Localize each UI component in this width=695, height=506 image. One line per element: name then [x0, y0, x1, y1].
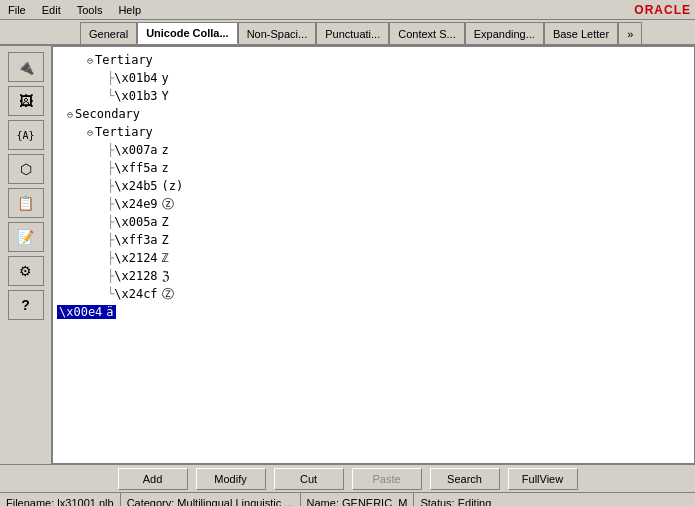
tree-node-x01b3: └ \x01b3 Y — [57, 87, 690, 105]
expand-icon-tertiary-2[interactable]: ⊖ — [87, 127, 93, 138]
expand-icon-tertiary-1[interactable]: ⊖ — [87, 55, 93, 66]
fullview-button[interactable]: FullView — [508, 468, 578, 490]
node-label-x01b3: \x01b3 — [114, 89, 157, 103]
connector-xff5a: ├ — [107, 161, 114, 175]
node-label-x2128: \x2128 — [114, 269, 157, 283]
cut-button[interactable]: Cut — [274, 468, 344, 490]
node-label-x24e9: \x24e9 — [114, 197, 157, 211]
tree-node-selected[interactable]: \x00e4 ä — [57, 303, 690, 321]
settings-icon: ⚙ — [19, 263, 32, 279]
tree-node-tertiary-1: ⊖ Tertiary — [57, 51, 690, 69]
node-label-tertiary-2: Tertiary — [95, 125, 153, 139]
status-category: Category: Multilingual Linguistic ... — [121, 493, 301, 506]
node-label-x007a: \x007a — [114, 143, 157, 157]
tree-node-x2124: ├ \x2124 ℤ — [57, 249, 690, 267]
tree-node-x007a: ├ \x007a z — [57, 141, 690, 159]
left-toolbar: 🔌 🖼 {A} ⬡ 📋 📝 ⚙ ? — [0, 46, 52, 464]
tabs-bar: General Unicode Colla... Non-Spaci... Pu… — [0, 20, 695, 46]
connector-x2128: ├ — [107, 269, 114, 283]
tree-node-xff3a: ├ \xff3a Z — [57, 231, 690, 249]
tree-node-x005a: ├ \x005a Z — [57, 213, 690, 231]
tab-punctuati[interactable]: Punctuati... — [316, 22, 389, 44]
tab-context-s[interactable]: Context S... — [389, 22, 464, 44]
toolbar-btn-help[interactable]: ? — [8, 290, 44, 320]
menu-tools[interactable]: Tools — [73, 4, 107, 16]
connector-x24b5: ├ — [107, 179, 114, 193]
clipboard-icon: 📋 — [17, 195, 34, 211]
selected-node[interactable]: \x00e4 ä — [57, 305, 116, 319]
tab-more[interactable]: » — [618, 22, 642, 44]
menu-bar: File Edit Tools Help ORACLE — [0, 0, 695, 20]
toolbar-btn-clipboard[interactable]: 📋 — [8, 188, 44, 218]
node-label-xff3a: \xff3a — [114, 233, 157, 247]
node-char-x24b5: (z) — [162, 179, 184, 193]
node-label-x24cf: \x24cf — [114, 287, 157, 301]
oracle-logo: ORACLE — [634, 3, 691, 17]
node-char-x2124: ℤ — [162, 251, 169, 265]
toolbar-btn-plugin[interactable]: 🔌 — [8, 52, 44, 82]
expand-icon-secondary[interactable]: ⊖ — [67, 109, 73, 120]
node-char-x2128: ℨ — [162, 269, 169, 283]
tree-container[interactable]: ⊖ Tertiary ├ \x01b4 y └ \x01b3 Y ⊖ — [52, 46, 695, 464]
tab-unicode-colla[interactable]: Unicode Colla... — [137, 22, 238, 44]
menu-help[interactable]: Help — [114, 4, 145, 16]
tree-node-xff5a: ├ \xff5a z — [57, 159, 690, 177]
search-button[interactable]: Search — [430, 468, 500, 490]
tab-base-letter[interactable]: Base Letter — [544, 22, 618, 44]
tree-node-tertiary-2: ⊖ Tertiary — [57, 123, 690, 141]
connector-x01b4: ├ — [107, 71, 114, 85]
toolbar-btn-settings[interactable]: ⚙ — [8, 256, 44, 286]
main-container: 🔌 🖼 {A} ⬡ 📋 📝 ⚙ ? ⊖ Ter — [0, 46, 695, 464]
status-editing: Status: Editing — [414, 493, 695, 506]
toolbar-btn-hex[interactable]: ⬡ — [8, 154, 44, 184]
tree-content: ⊖ Tertiary ├ \x01b4 y └ \x01b3 Y ⊖ — [53, 47, 694, 325]
tab-non-spaci[interactable]: Non-Spaci... — [238, 22, 317, 44]
connector-x24cf: └ — [107, 287, 114, 301]
menu-items: File Edit Tools Help — [4, 4, 145, 16]
connector-x007a: ├ — [107, 143, 114, 157]
node-label-xff5a: \xff5a — [114, 161, 157, 175]
connector-x2124: ├ — [107, 251, 114, 265]
status-filename: Filename: lx31001.nlb — [0, 493, 121, 506]
node-label-tertiary-1: Tertiary — [95, 53, 153, 67]
node-char-x01b4: y — [162, 71, 169, 85]
node-char-xff5a: z — [162, 161, 169, 175]
help-icon: ? — [21, 297, 30, 313]
node-label-secondary: Secondary — [75, 107, 140, 121]
toolbar-btn-edit[interactable]: 📝 — [8, 222, 44, 252]
tab-general[interactable]: General — [80, 22, 137, 44]
modify-button[interactable]: Modify — [196, 468, 266, 490]
tree-node-x01b4: ├ \x01b4 y — [57, 69, 690, 87]
toolbar-btn-code[interactable]: {A} — [8, 120, 44, 150]
status-bar: Filename: lx31001.nlb Category: Multilin… — [0, 492, 695, 506]
plugin-icon: 🔌 — [17, 59, 34, 75]
connector-x005a: ├ — [107, 215, 114, 229]
node-label-x2124: \x2124 — [114, 251, 157, 265]
tree-node-secondary: ⊖ Secondary — [57, 105, 690, 123]
paste-button[interactable]: Paste — [352, 468, 422, 490]
code-icon: {A} — [16, 130, 34, 141]
hex-icon: ⬡ — [20, 161, 32, 177]
connector-x24e9: ├ — [107, 197, 114, 211]
selected-node-label: \x00e4 — [59, 305, 102, 319]
add-button[interactable]: Add — [118, 468, 188, 490]
tab-expanding[interactable]: Expanding... — [465, 22, 544, 44]
node-char-xff3a: Z — [162, 233, 169, 247]
connector-xff3a: ├ — [107, 233, 114, 247]
toolbar-btn-image[interactable]: 🖼 — [8, 86, 44, 116]
edit-icon: 📝 — [17, 229, 34, 245]
node-label-x01b4: \x01b4 — [114, 71, 157, 85]
node-char-x005a: Z — [162, 215, 169, 229]
tree-node-x24e9: ├ \x24e9 ⓩ — [57, 195, 690, 213]
tree-node-x24cf: └ \x24cf Ⓩ — [57, 285, 690, 303]
image-icon: 🖼 — [19, 93, 33, 109]
node-char-x24e9: ⓩ — [162, 196, 174, 213]
tree-node-x24b5: ├ \x24b5 (z) — [57, 177, 690, 195]
connector-x01b3: └ — [107, 89, 114, 103]
menu-file[interactable]: File — [4, 4, 30, 16]
menu-edit[interactable]: Edit — [38, 4, 65, 16]
status-name: Name: GENERIC_M — [301, 493, 415, 506]
buttons-row: Add Modify Cut Paste Search FullView — [0, 464, 695, 492]
node-label-x24b5: \x24b5 — [114, 179, 157, 193]
node-char-x007a: z — [162, 143, 169, 157]
